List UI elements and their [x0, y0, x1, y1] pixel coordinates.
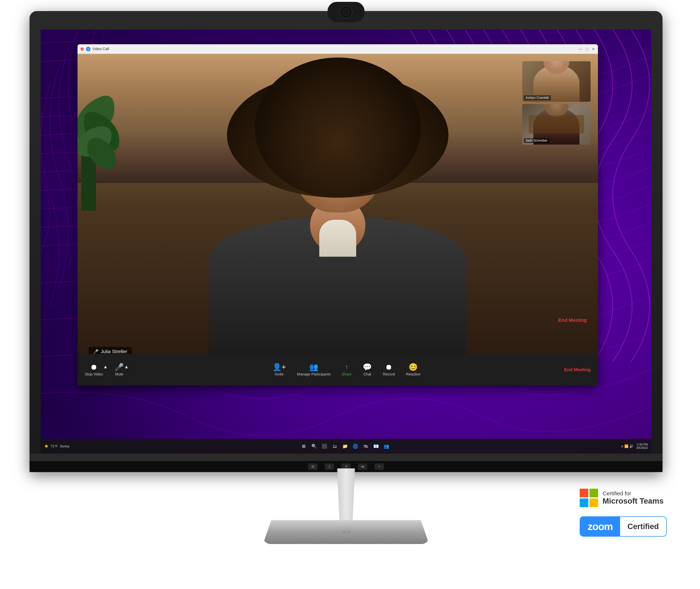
- taskbar-center: ⊞ 🔍 ⬛ 🗂 📁 🌀 🛍 📧 👥: [69, 442, 621, 450]
- ms-red-quad: [580, 489, 588, 498]
- window-controls: — □ ✕: [579, 47, 595, 51]
- titlebar-dots: [81, 47, 84, 51]
- toolbar-right: End Meeting: [564, 367, 590, 372]
- chat-button[interactable]: 💬 Chat: [363, 363, 372, 376]
- reaction-icon: 😊: [409, 363, 418, 371]
- mic-icon: 🎤: [93, 349, 99, 354]
- zoom-certified-text: Certified: [620, 518, 666, 535]
- manage-participants-button[interactable]: 👥 Manage Participants: [297, 363, 330, 376]
- webcam-inner: [343, 9, 349, 15]
- minimize-button[interactable]: —: [579, 47, 582, 51]
- stop-video-button[interactable]: ⏺ Stop Video: [85, 363, 103, 376]
- ms-blue-quad: [580, 499, 588, 507]
- mute-caret[interactable]: ▲: [124, 364, 129, 369]
- ms-teams-text: Microsoft Teams: [602, 497, 664, 506]
- zoom-logo-area: zoom: [580, 517, 620, 536]
- participant-thumbnail-1: Ashlyn Cramblit: [522, 61, 590, 102]
- mute-icon: 🎤: [115, 363, 124, 371]
- main-video-bg: [78, 54, 598, 364]
- clock-time: 2:30 PM: [637, 443, 648, 446]
- temperature-text: 71°F: [50, 444, 57, 448]
- ms-yellow-quad: [589, 499, 598, 507]
- edge-icon[interactable]: 🌀: [352, 442, 359, 450]
- reaction-label: Reaction: [406, 372, 420, 376]
- stop-video-icon: ⏺: [90, 363, 98, 371]
- maximize-button[interactable]: □: [586, 47, 588, 51]
- stop-video-label: Stop Video: [85, 372, 103, 376]
- clock-date: 4/5/2022: [636, 446, 648, 449]
- ms-cert-text: Certified for Microsoft Teams: [602, 490, 664, 506]
- window-titlebar: V Video Call — □ ✕: [78, 44, 598, 54]
- ms-green-quad: [589, 489, 598, 498]
- mail-icon[interactable]: 📧: [373, 442, 380, 450]
- end-meeting-area[interactable]: End Meeting: [558, 317, 587, 323]
- participant-thumbnail-2: Seth Schreiber: [522, 104, 590, 145]
- end-meeting-button[interactable]: End Meeting: [558, 317, 587, 323]
- person-video: [135, 54, 541, 364]
- stand-neck: [335, 468, 357, 520]
- manage-participants-icon: 👥: [309, 363, 318, 371]
- record-button[interactable]: ⏺ Record: [383, 363, 395, 376]
- toolbar-center: 👤+ Invite 👥 Manage Participants ↑ Share: [129, 363, 564, 376]
- certifications-container: Certified for Microsoft Teams zoom Certi…: [580, 489, 667, 537]
- microsoft-logo: [580, 489, 598, 507]
- participant-2-name: Seth Schreiber: [524, 138, 549, 143]
- system-tray-icons: ∧ 📶 🔊: [621, 444, 634, 448]
- share-label: Share: [342, 372, 352, 376]
- video-toolbar: ⏺ Stop Video ▲ 🎤 Mute ▲: [78, 354, 598, 385]
- weather-condition: Sunny: [60, 444, 69, 448]
- windows-start-icon[interactable]: ⊞: [300, 442, 307, 450]
- chat-icon: 💬: [363, 363, 372, 371]
- mute-label: Mute: [115, 372, 123, 376]
- invite-label: Invite: [275, 372, 284, 376]
- close-dot[interactable]: [81, 47, 84, 51]
- windows-taskbar: ☀️ 71°F Sunny ⊞ 🔍 ⬛ 🗂 📁 🌀 🛍 📧 👥 ∧ 📶: [41, 439, 652, 454]
- share-icon: ↑: [345, 363, 348, 371]
- taskview-icon[interactable]: ⬛: [321, 442, 328, 450]
- store-icon[interactable]: 🛍: [362, 442, 370, 450]
- mute-group: 🎤 Mute ▲: [115, 363, 129, 376]
- record-icon: ⏺: [385, 363, 393, 371]
- video-call-window: V Video Call — □ ✕: [78, 44, 598, 385]
- thumbnail-container: Ashlyn Cramblit Seth Schreiber: [522, 61, 590, 145]
- invite-button[interactable]: 👤+ Invite: [272, 363, 286, 376]
- reaction-button[interactable]: 😊 Reaction: [406, 363, 420, 376]
- share-button[interactable]: ↑ Share: [342, 363, 352, 376]
- microsoft-cert: Certified for Microsoft Teams: [580, 489, 667, 507]
- main-video-area: 🎤 Julia Streller Ashlyn Cramblit: [78, 54, 598, 364]
- stop-video-group: ⏺ Stop Video ▲: [85, 363, 108, 376]
- taskbar-left: ☀️ 71°F Sunny: [44, 444, 69, 448]
- stop-video-caret[interactable]: ▲: [103, 364, 108, 369]
- monitor-frame: V Video Call — □ ✕: [29, 11, 663, 472]
- record-label: Record: [383, 372, 395, 376]
- brand-label: dell: [263, 520, 429, 544]
- certified-for-text: Certified for: [602, 490, 664, 497]
- teams-icon[interactable]: 👥: [383, 442, 390, 450]
- window-title: Video Call: [92, 47, 109, 51]
- zoom-logo-text: zoom: [588, 521, 613, 532]
- chat-label: Chat: [364, 372, 371, 376]
- speaker-name-text: Julia Streller: [101, 349, 127, 354]
- zoom-cert: zoom Certified: [580, 516, 667, 537]
- taskbar-right: ∧ 📶 🔊 2:30 PM 4/5/2022: [621, 443, 648, 449]
- manage-participants-label: Manage Participants: [297, 372, 330, 376]
- widgets-icon[interactable]: 🗂: [331, 442, 338, 450]
- search-taskbar-icon[interactable]: 🔍: [310, 442, 318, 450]
- close-button[interactable]: ✕: [592, 47, 595, 51]
- participant-1-name: Ashlyn Cramblit: [524, 95, 551, 100]
- monitor-container: V Video Call — □ ✕: [29, 11, 663, 509]
- mute-button[interactable]: 🎤 Mute: [115, 363, 124, 376]
- webcam-lens: [339, 6, 353, 18]
- end-meeting-toolbar-button[interactable]: End Meeting: [564, 367, 590, 372]
- webcam-housing: [327, 2, 365, 22]
- explorer-icon[interactable]: 📁: [341, 442, 349, 450]
- monitor-stand: dell: [263, 468, 429, 544]
- screen: V Video Call — □ ✕: [41, 29, 652, 454]
- weather-icon: ☀️: [44, 444, 48, 448]
- invite-icon: 👤+: [272, 363, 286, 371]
- stand-base: dell: [263, 520, 429, 544]
- toolbar-left: ⏺ Stop Video ▲ 🎤 Mute ▲: [85, 363, 129, 376]
